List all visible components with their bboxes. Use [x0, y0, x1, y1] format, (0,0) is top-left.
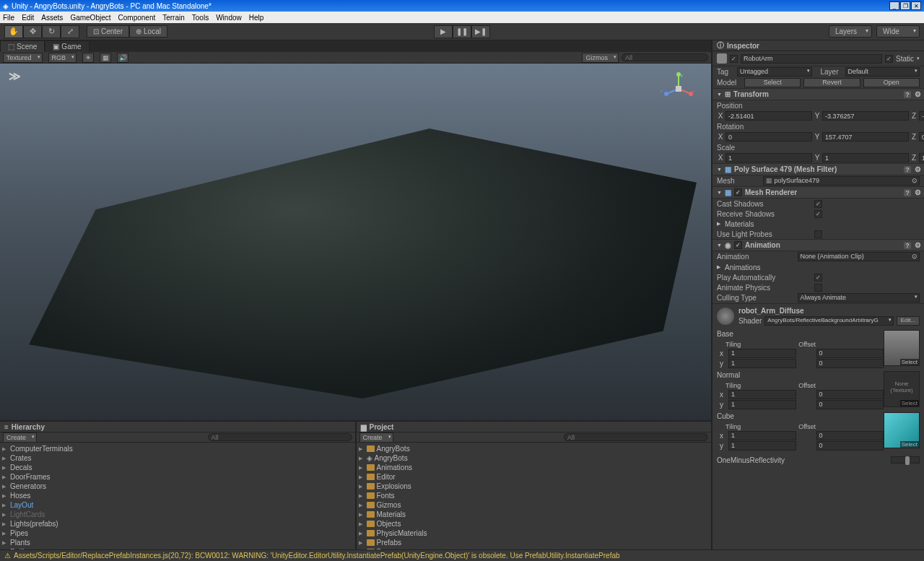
scene-search[interactable] [622, 53, 708, 61]
orientation-gizmo[interactable]: y x z [661, 71, 697, 107]
menu-edit[interactable]: Edit [22, 14, 34, 22]
hierarchy-tree[interactable]: ▶ComputerTerminals▶Crates▶Decals▶DoorFra… [0, 443, 355, 561]
normal-offset-y[interactable] [816, 400, 884, 409]
rotation-x[interactable] [725, 132, 812, 142]
scene-viewport[interactable]: ≫ y x z [0, 64, 711, 420]
scale-y[interactable] [822, 153, 909, 162]
cube-offset-x[interactable] [816, 431, 884, 440]
hierarchy-item[interactable]: ▶Crates [0, 453, 355, 463]
gizmos-dropdown[interactable]: Gizmos [582, 53, 619, 63]
reflectivity-slider[interactable] [891, 456, 920, 464]
rotation-z[interactable] [919, 132, 924, 142]
project-item[interactable]: ▶ Prefabs [357, 538, 712, 547]
project-tree[interactable]: ▶ AngryBots▶◈ AngryBots▶ Animations▶ Edi… [357, 443, 712, 561]
project-item[interactable]: ▶ Objects [357, 519, 712, 529]
active-checkbox[interactable] [730, 55, 738, 63]
hierarchy-search[interactable] [208, 433, 352, 441]
select-button[interactable]: Select [744, 78, 801, 87]
hierarchy-item[interactable]: ▶Hoses [0, 491, 355, 500]
position-x[interactable] [725, 111, 812, 121]
gear-icon[interactable]: ⚙ [915, 165, 921, 173]
project-item[interactable]: ▶ PhysicMaterials [357, 529, 712, 538]
base-tiling-x[interactable] [728, 349, 796, 358]
animation-enabled[interactable] [734, 241, 742, 249]
base-offset-y[interactable] [816, 359, 884, 368]
titlebar[interactable]: ◈ Unity - AngryBots.unity - AngryBots - … [0, 0, 924, 12]
minimize-button[interactable]: _ [889, 1, 899, 10]
cube-tiling-y[interactable] [728, 441, 796, 451]
cube-offset-y[interactable] [816, 441, 884, 451]
layer-dropdown[interactable]: Default▾ [845, 67, 920, 77]
open-button[interactable]: Open [863, 78, 920, 87]
pause-button[interactable]: ❚❚ [453, 25, 471, 38]
rotate-tool[interactable]: ↻ [42, 25, 61, 38]
base-tiling-y[interactable] [728, 359, 796, 368]
meshfilter-header[interactable]: ▼▦ Poly Surface 479 (Mesh Filter) ? ⚙ [712, 163, 924, 175]
animations-label[interactable]: Animations [725, 264, 760, 271]
normal-tiling-x[interactable] [728, 390, 796, 399]
materials-label[interactable]: Materials [725, 220, 754, 228]
hierarchy-item[interactable]: ▶DoorFrames [0, 472, 355, 482]
play-button[interactable]: ▶ [434, 25, 453, 38]
object-name-field[interactable] [741, 54, 882, 64]
tab-game[interactable]: ▣Game [45, 40, 89, 52]
layers-dropdown[interactable]: Layers [829, 25, 872, 38]
hand-tool[interactable]: ✋ [4, 25, 23, 38]
transform-header[interactable]: ▼⊞ Transform ? ⚙ [712, 88, 924, 100]
hierarchy-item[interactable]: ▶Pipes [0, 529, 355, 538]
menu-assets[interactable]: Assets [41, 14, 63, 22]
light-probes-checkbox[interactable] [814, 230, 822, 238]
pivot-local-button[interactable]: ⊕Local [129, 25, 167, 38]
help-icon[interactable]: ? [904, 242, 911, 249]
hierarchy-item[interactable]: ▶Plants [0, 538, 355, 547]
normal-offset-x[interactable] [816, 390, 884, 399]
help-icon[interactable]: ? [904, 189, 911, 196]
menu-terrain[interactable]: Terrain [162, 14, 185, 22]
receive-shadows-checkbox[interactable] [814, 210, 822, 218]
cast-shadows-checkbox[interactable] [814, 200, 822, 208]
animate-physics-checkbox[interactable] [814, 284, 822, 292]
scale-tool[interactable]: ⤢ [61, 25, 79, 38]
menu-help[interactable]: Help [249, 14, 264, 22]
gear-icon[interactable]: ⚙ [915, 90, 921, 98]
gear-icon[interactable]: ⚙ [915, 188, 921, 196]
hierarchy-item[interactable]: ▶ComputerTerminals [0, 444, 355, 453]
static-checkbox[interactable] [885, 55, 893, 63]
lighting-toggle[interactable]: ☀ [82, 53, 94, 63]
edit-shader-button[interactable]: Edit... [897, 316, 920, 326]
move-tool[interactable]: ✥ [23, 25, 42, 38]
hierarchy-create-dropdown[interactable]: Create [3, 432, 37, 443]
rgb-dropdown[interactable]: RGB [48, 53, 77, 63]
project-item[interactable]: ▶ Materials [357, 510, 712, 519]
culling-dropdown[interactable]: Always Animate▾ [798, 293, 920, 303]
menu-file[interactable]: File [3, 14, 14, 22]
hierarchy-item[interactable]: ▶LightCards [0, 510, 355, 519]
tab-scene[interactable]: ⬚Scene [0, 40, 45, 52]
statusbar[interactable]: ⚠ Assets/Scripts/Editor/ReplacePrefabIns… [0, 549, 924, 561]
menu-window[interactable]: Window [216, 14, 242, 22]
pivot-center-button[interactable]: ⊡Center [87, 25, 129, 38]
revert-button[interactable]: Revert [803, 78, 860, 87]
gear-icon[interactable]: ⚙ [915, 241, 921, 249]
help-icon[interactable]: ? [904, 91, 911, 98]
shader-dropdown[interactable]: AngryBots/ReflectiveBackgroundArbitraryG… [764, 316, 894, 326]
maximize-button[interactable]: ❐ [900, 1, 910, 10]
help-icon[interactable]: ? [904, 166, 911, 173]
scale-z[interactable] [919, 153, 924, 162]
project-item[interactable]: ▶ AngryBots [357, 444, 712, 453]
project-item[interactable]: ▶ Explosions [357, 482, 712, 491]
hierarchy-item[interactable]: ▶Decals [0, 463, 355, 472]
base-texture-slot[interactable]: Select [884, 330, 920, 366]
normal-tiling-y[interactable] [728, 400, 796, 409]
project-item[interactable]: ▶ Editor [357, 472, 712, 482]
project-item[interactable]: ▶◈ AngryBots [357, 453, 712, 463]
scale-x[interactable] [725, 153, 812, 162]
play-auto-checkbox[interactable] [814, 274, 822, 282]
hierarchy-item[interactable]: ▶Lights(prefabs) [0, 519, 355, 529]
position-y[interactable] [822, 111, 909, 121]
project-item[interactable]: ▶ Fonts [357, 491, 712, 500]
meshrenderer-enabled[interactable] [734, 188, 742, 196]
project-create-dropdown[interactable]: Create [359, 432, 393, 443]
static-dropdown-icon[interactable]: ▾ [917, 56, 920, 61]
hierarchy-item[interactable]: ▶Generators [0, 482, 355, 491]
